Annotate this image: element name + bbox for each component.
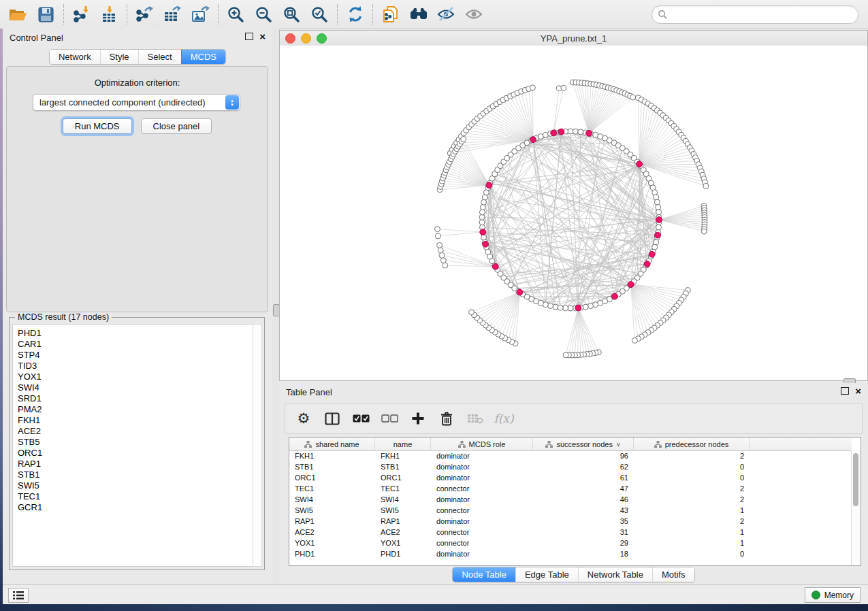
network-node[interactable] [630,95,636,100]
network-window-titlebar[interactable]: YPA_prune.txt_1 [280,31,867,46]
mcds-hub-node[interactable] [530,137,536,143]
network-node[interactable] [578,129,583,135]
open-file-button[interactable] [4,2,32,27]
table-row[interactable]: PHD1PHD1dominator180 [289,548,852,559]
first-neighbors-button[interactable] [404,2,432,27]
network-node[interactable] [461,136,466,142]
network-node[interactable] [656,225,662,230]
mcds-list-scrollbar[interactable] [253,324,262,567]
table-row[interactable]: TEC1TEC1connector472 [289,483,852,494]
column-header-shared-name[interactable]: shared name [289,437,375,450]
network-node[interactable] [548,303,553,309]
network-node[interactable] [656,204,661,210]
criterion-select[interactable]: largest connected component (undirected)… [33,94,240,111]
tab-edge-table[interactable]: Edge Table [515,567,578,582]
network-node[interactable] [443,263,448,268]
list-item[interactable]: STB5 [18,437,253,448]
network-node[interactable] [435,233,440,239]
list-item[interactable]: GCR1 [18,502,253,513]
column-header-mcds-role[interactable]: MCDS role [431,437,533,450]
add-column-button[interactable] [409,410,427,427]
list-item[interactable]: PHD1 [18,328,253,339]
deselect-all-rows-button[interactable] [381,410,398,427]
tab-node-table[interactable]: Node Table [453,567,515,582]
apply-function-button[interactable]: f(x) [495,410,513,427]
show-panels-button[interactable] [8,588,29,603]
network-node[interactable] [632,337,637,343]
list-item[interactable]: SRD1 [18,393,253,404]
network-node[interactable] [568,306,573,311]
tab-style[interactable]: Style [100,50,138,64]
export-table-button[interactable] [159,2,187,27]
run-mcds-button[interactable]: Run MCDS [63,118,132,134]
network-node[interactable] [703,183,709,188]
network-node[interactable] [573,129,578,134]
show-all-button[interactable] [460,2,488,27]
zoom-selected-button[interactable] [306,2,334,27]
network-node[interactable] [481,235,487,240]
table-row[interactable]: STB1STB1dominator620 [289,461,852,472]
network-node[interactable] [543,132,548,137]
refresh-view-button[interactable] [341,2,369,27]
table-row[interactable]: FKH1FKH1dominator962 [289,450,852,461]
network-node[interactable] [440,258,446,263]
tab-select[interactable]: Select [138,50,181,64]
hide-selected-button[interactable] [432,2,460,27]
network-node[interactable] [437,242,443,248]
network-node[interactable] [479,220,485,225]
clone-network-button[interactable] [376,2,404,27]
float-panel-icon[interactable] [841,387,849,395]
mcds-hub-node[interactable] [575,305,581,311]
table-scrollbar[interactable] [851,450,861,565]
tab-network-table[interactable]: Network Table [578,567,652,582]
tab-mcds[interactable]: MCDS [181,50,225,64]
close-panel-icon[interactable]: × [855,388,861,395]
table-row[interactable]: SWI5SWI5connector431 [289,505,852,516]
column-header-successor-nodes[interactable]: successor nodes ∨ [533,437,634,450]
column-header-name[interactable]: name [375,437,431,450]
close-panel-icon[interactable]: × [259,33,266,40]
network-node[interactable] [563,352,568,358]
network-node[interactable] [701,229,707,234]
mcds-hub-node[interactable] [655,232,661,238]
network-node[interactable] [558,305,563,310]
mcds-hub-node[interactable] [612,293,618,299]
table-row[interactable]: ACE2ACE2connector311 [289,527,852,538]
tab-network[interactable]: Network [50,50,100,64]
network-node[interactable] [479,210,485,215]
table-row[interactable]: SWI4SWI4dominator462 [289,494,852,505]
export-image-button[interactable] [187,2,214,27]
list-item[interactable]: ORC1 [18,448,253,459]
table-settings-button[interactable]: ⚙ [295,410,312,427]
mcds-hub-node[interactable] [656,217,662,223]
mcds-hub-node[interactable] [628,282,634,288]
network-node[interactable] [479,214,485,220]
list-item[interactable]: STB1 [18,469,253,480]
network-node[interactable] [588,303,593,309]
column-header-predecessor-nodes[interactable]: predecessor nodes [634,437,750,450]
list-item[interactable]: PMA2 [18,404,253,415]
network-node[interactable] [583,304,588,310]
mcds-hub-node[interactable] [644,261,650,267]
zoom-in-button[interactable] [222,2,250,27]
mcds-hub-node[interactable] [649,251,655,257]
list-item[interactable]: TID3 [18,361,253,371]
zoom-fit-button[interactable] [278,2,306,27]
list-item[interactable]: SWI4 [18,382,253,393]
network-node[interactable] [561,85,566,90]
network-node[interactable] [563,306,568,311]
network-graph[interactable] [280,46,867,380]
zoom-out-button[interactable] [250,2,278,27]
table-scrollbar-thumb[interactable] [853,453,858,506]
list-item[interactable]: RAP1 [18,459,253,469]
list-item[interactable]: CAR1 [18,339,253,350]
select-all-rows-button[interactable] [352,410,370,427]
delete-column-button[interactable] [438,410,455,427]
mcds-hub-node[interactable] [480,229,486,235]
network-node[interactable] [568,129,573,134]
vertical-splitter[interactable] [272,29,279,584]
network-node[interactable] [553,304,558,310]
table-row[interactable]: ORC1ORC1dominator610 [289,472,852,483]
network-node[interactable] [468,310,474,315]
import-table-button[interactable] [95,2,123,27]
